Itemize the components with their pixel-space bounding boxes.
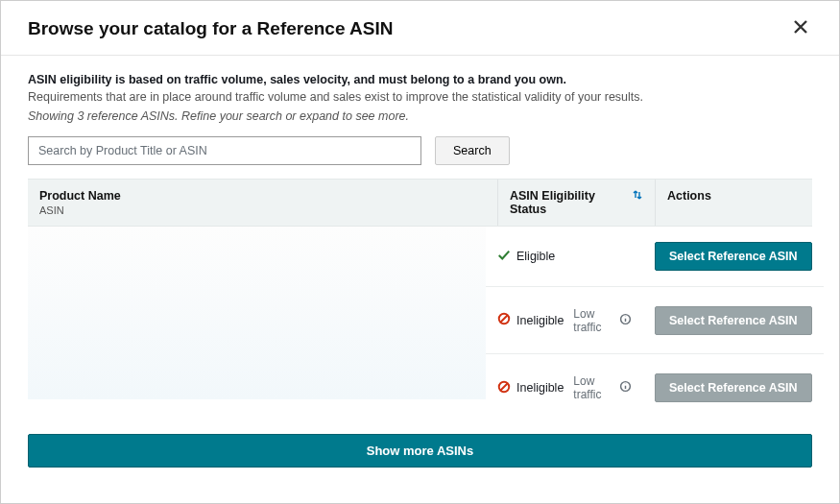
eligibility-description: Requirements that are in place around tr…	[28, 90, 812, 104]
table-rows-right: Eligible Select Reference ASIN	[486, 227, 824, 421]
status-label: Ineligible	[516, 381, 564, 395]
sort-icon	[632, 189, 643, 204]
status-label: Eligible	[516, 250, 555, 263]
search-button[interactable]: Search	[435, 136, 510, 165]
status-reason: Low traffic	[573, 374, 632, 401]
results-count-text: Showing 3 reference ASINs. Refine your s…	[28, 109, 812, 123]
eligibility-heading: ASIN eligibility is based on traffic vol…	[28, 73, 812, 86]
info-icon[interactable]	[619, 313, 632, 328]
table-header-row: Product Name ASIN ASIN Eligibility Statu…	[28, 179, 812, 227]
table-row: Eligible Select Reference ASIN	[486, 227, 824, 287]
actions-cell: Select Reference ASIN	[643, 227, 824, 286]
column-header-product[interactable]: Product Name ASIN	[28, 180, 498, 226]
product-preview-area	[28, 227, 486, 399]
show-more-asins-button[interactable]: Show more ASINs	[28, 434, 812, 468]
status-cell: Eligible	[486, 233, 643, 280]
column-header-status[interactable]: ASIN Eligibility Status	[498, 180, 656, 226]
actions-cell: Select Reference ASIN	[643, 291, 824, 350]
table-row: Ineligible Low traffic Select Reference …	[486, 354, 824, 421]
modal-title: Browse your catalog for a Reference ASIN	[28, 18, 393, 39]
column-header-actions: Actions	[656, 180, 812, 226]
table-body: Eligible Select Reference ASIN	[28, 227, 812, 421]
table-row: Ineligible Low traffic Select Reference …	[486, 287, 824, 354]
column-header-status-label: ASIN Eligibility Status	[510, 189, 624, 216]
column-header-actions-label: Actions	[667, 189, 711, 203]
status-reason-label: Low traffic	[573, 307, 615, 334]
status-cell: Ineligible Low traffic	[486, 292, 643, 349]
check-icon	[497, 249, 511, 265]
select-reference-asin-button: Select Reference ASIN	[655, 373, 812, 402]
forbidden-icon	[497, 312, 511, 328]
status-cell: Ineligible Low traffic	[486, 359, 643, 417]
search-input[interactable]	[28, 136, 421, 165]
close-icon	[793, 23, 808, 37]
asin-table: Product Name ASIN ASIN Eligibility Statu…	[28, 179, 812, 421]
reference-asin-modal: Browse your catalog for a Reference ASIN…	[0, 0, 840, 504]
column-header-product-label: Product Name	[39, 189, 121, 203]
status-label: Ineligible	[516, 314, 564, 327]
select-reference-asin-button[interactable]: Select Reference ASIN	[655, 242, 812, 271]
modal-body: ASIN eligibility is based on traffic vol…	[1, 56, 839, 503]
forbidden-icon	[497, 380, 511, 396]
close-button[interactable]	[789, 15, 812, 41]
info-icon[interactable]	[619, 380, 632, 396]
column-header-product-sub: ASIN	[39, 204, 486, 216]
modal-header: Browse your catalog for a Reference ASIN	[1, 1, 839, 56]
select-reference-asin-button: Select Reference ASIN	[655, 306, 812, 335]
search-row: Search	[28, 136, 812, 165]
actions-cell: Select Reference ASIN	[643, 358, 824, 418]
status-reason-label: Low traffic	[573, 374, 615, 401]
status-reason: Low traffic	[573, 307, 632, 334]
